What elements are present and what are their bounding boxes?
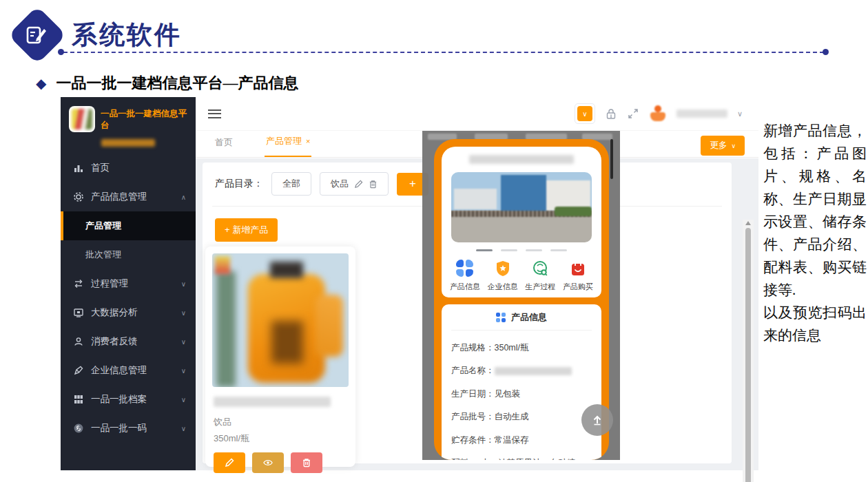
section-heading-text: 一品一批一建档信息平台—产品信息 [56,73,298,94]
bar-chart-icon [73,163,84,174]
eye-icon [263,458,273,468]
dashed-divider [63,52,824,53]
fullscreen-icon[interactable] [627,107,639,120]
delete-product-button[interactable] [291,452,322,473]
tab-product-mgmt[interactable]: 产品管理× [265,135,311,157]
catalog-chip-all[interactable]: 全部 [271,172,311,196]
person-icon [73,336,84,347]
page-title: 系统软件 [72,18,182,52]
product-spec: 350ml/瓶 [212,430,349,447]
scrollbar-thumb[interactable] [745,228,751,482]
sidebar-item-label: 首页 [91,162,110,174]
clover-icon [496,313,506,322]
sidebar-item-home[interactable]: 首页 [61,154,196,182]
scrollbar-up-arrow[interactable] [745,221,751,225]
brand-title: 一品一批一建档信息平台 [101,106,189,132]
sidebar-item-label: 消费者反馈 [91,335,138,348]
document-pen-icon [25,25,48,45]
brand-logo [69,106,95,132]
shield-star-icon [494,260,512,277]
hamburger-menu-icon[interactable] [208,109,221,118]
add-product-button[interactable]: + 新增产品 [215,218,278,242]
tab-home[interactable]: 首页 [214,136,234,157]
phone-nav-production-process[interactable]: 生产过程 [525,260,555,292]
overlay-scrollbar-thumb[interactable] [610,139,613,179]
sidebar: 一品一批一建档信息平台 首页 产品信息管理 ∧ 产品管理 批次管理 过程管理 ∨… [61,97,196,470]
product-category: 饮品 [212,414,349,430]
sidebar-item-label: 产品管理 [85,220,121,232]
back-to-top-button[interactable] [581,404,613,436]
phone-nav-purchase[interactable]: 产品购买 [563,260,593,292]
topbar: ∨ ∨ [196,97,758,131]
sidebar-item-batch-mgmt[interactable]: 批次管理 [61,240,196,269]
divider-dot-right [823,49,829,55]
gear-icon [73,191,84,202]
language-dropdown-button[interactable]: ∨ [575,103,595,124]
sidebar-item-big-data[interactable]: 大数据分析 ∨ [61,298,196,327]
sidebar-item-code[interactable]: 一品一批一码 ∨ [61,414,196,443]
diamond-bullet-icon: ◆ [36,75,46,92]
field-spec: 产品规格：350ml/瓶 [451,342,592,354]
chevron-down-icon: ∨ [181,425,186,432]
product-name-blurred [495,367,572,375]
chevron-down-icon: ∨ [181,367,186,375]
chevron-down-icon[interactable]: ∨ [737,109,743,118]
phone-product-info-card: 产品信息 产品规格：350ml/瓶 产品名称： 生产日期：见包装 产品批号：自动… [442,304,601,460]
user-avatar[interactable] [649,105,667,123]
brand-block: 一品一批一建档信息平台 [61,97,196,136]
carousel-indicator[interactable] [442,249,601,251]
sidebar-item-label: 批次管理 [85,249,121,261]
edit-pencil-icon [225,458,234,468]
sidebar-item-label: 一品一批一码 [91,422,147,434]
chevron-down-icon: ∨ [181,338,186,346]
swap-arrows-icon [73,278,84,289]
catalog-label: 产品目录： [215,178,263,190]
more-button[interactable]: 更多∨ [701,136,745,156]
chevron-down-icon: ∨ [731,143,736,149]
sidebar-item-product-info-mgmt[interactable]: 产品信息管理 ∧ [61,182,196,211]
recycle-search-icon [531,260,549,277]
field-storage: 贮存条件：常温保存 [451,434,592,446]
sidebar-item-label: 大数据分析 [91,306,138,319]
section-heading: ◆ 一品一批一建档信息平台—产品信息 [36,73,298,94]
clover-icon [456,260,474,277]
factory-photo [451,172,592,242]
phone-section-title: 产品信息 [511,311,547,324]
sidebar-item-consumer-feedback[interactable]: 消费者反馈 ∨ [61,327,196,356]
chevron-down-icon: ∨ [181,309,186,317]
link-circle-icon [73,423,84,434]
sidebar-item-enterprise-info[interactable]: 企业信息管理 ∨ [61,356,196,385]
arrow-up-icon [590,413,604,427]
sidebar-item-archive[interactable]: 一品一批档案 ∨ [61,385,196,414]
preview-product-button[interactable] [252,452,284,473]
edit-product-button[interactable] [214,452,245,473]
sidebar-item-label: 企业信息管理 [91,364,147,377]
phone-nav-enterprise-info[interactable]: 企业信息 [488,260,518,292]
chevron-up-icon: ∧ [181,193,186,201]
sidebar-item-process-mgmt[interactable]: 过程管理 ∨ [61,269,196,298]
close-icon[interactable]: × [306,137,310,145]
product-image-blurred [212,253,349,387]
product-card[interactable]: 饮品 350ml/瓶 [205,247,355,467]
lock-icon[interactable] [605,107,617,120]
admin-app-window: 一品一批一建档信息平台 首页 产品信息管理 ∧ 产品管理 批次管理 过程管理 ∨… [61,97,758,470]
brand-subtitle-blurred [101,139,155,147]
field-prod-date: 生产日期：见包装 [451,388,592,400]
side-note-para2: 以及预览扫码出来的信息 [763,302,867,347]
sidebar-item-label: 一品一批档案 [91,393,147,406]
edit-pencil-icon[interactable] [354,180,363,189]
sidebar-item-label: 过程管理 [91,277,128,290]
phone-title-blurred [469,155,574,164]
trash-icon[interactable] [369,180,378,189]
scrollbar-track[interactable] [743,220,754,482]
side-note-para1: 新增产品信息，包括：产品图片、规格、名称、生产日期显示设置、储存条件、产品介绍、… [763,120,867,302]
catalog-chip-drink[interactable]: 饮品 [320,172,389,196]
trash-icon [302,458,311,468]
side-note: 新增产品信息，包括：产品图片、规格、名称、生产日期显示设置、储存条件、产品介绍、… [763,120,867,347]
shopping-bag-icon [569,260,587,277]
sidebar-item-product-mgmt[interactable]: 产品管理 [61,211,196,240]
chevron-down-icon: ∨ [181,396,186,404]
phone-nav-product-info[interactable]: 产品信息 [450,260,480,292]
field-batch-no: 产品批号：自动生成 [451,411,592,423]
chevron-down-icon: ∨ [577,106,592,121]
